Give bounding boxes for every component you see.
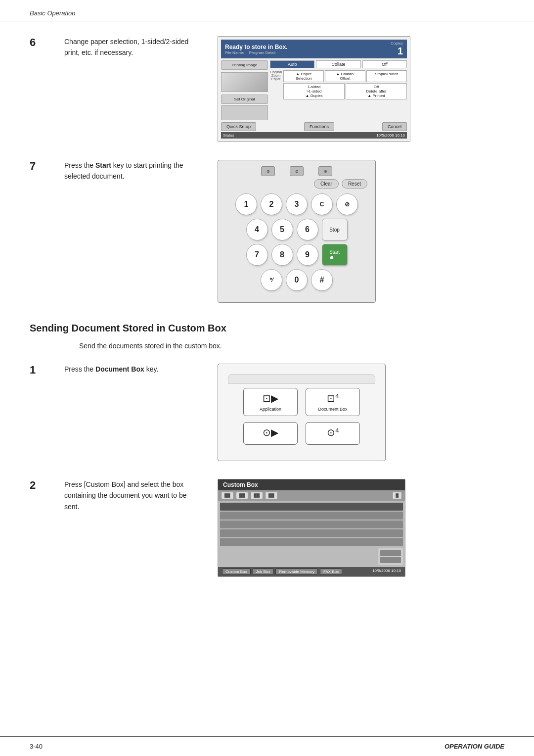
list-sidebar	[378, 548, 403, 565]
keypad-top-buttons: Clear Reset	[226, 179, 367, 189]
tb-btn-4[interactable]: ▓▓	[265, 492, 278, 499]
application-icon: ⊡▶	[251, 392, 290, 404]
step-1-text: Press the Document Box key.	[64, 364, 203, 375]
document-box-label: Document Box	[318, 407, 347, 412]
screen-right-panel: Auto Collate Off Original Zoom Paper	[270, 60, 407, 120]
key-3[interactable]: 3	[286, 193, 308, 215]
original-col: Original Zoom Paper	[270, 70, 282, 99]
application-btn[interactable]: ⊡▶ Application	[243, 388, 298, 416]
main-content: 6 Change paper selection, 1-sided/2-side…	[0, 21, 534, 624]
key-8[interactable]: 8	[271, 244, 293, 266]
key-slash[interactable]: ⊘	[336, 193, 358, 215]
keypad: ⊙ ⊙ ⊙ Clear Reset 1 2 3 C ⊘	[218, 160, 376, 303]
step-6-screen: Ready to store in Box. File Name: Progra…	[218, 36, 410, 142]
key-star[interactable]: *∕	[261, 269, 282, 291]
screen-bottom: Quick Setup Functions Cancel	[221, 122, 407, 131]
custombox-list	[218, 501, 405, 567]
btn-4[interactable]: ⊙⁴	[306, 422, 360, 445]
step-2-row: 2 Press [Custom Box] and select the box …	[30, 479, 504, 577]
printing-image-btn[interactable]: Printing Image	[221, 60, 268, 70]
paper-selection-btn[interactable]: ▲ PaperSelection	[283, 70, 324, 82]
status-label: Status	[223, 133, 234, 138]
list-right-col	[220, 548, 403, 565]
screen-subtitle: File Name: Program Detail	[225, 50, 288, 55]
screen-left-panel: Printing Image Set Original	[221, 60, 268, 120]
key-7[interactable]: 7	[246, 244, 268, 266]
tb-btn-2[interactable]: ▓▓	[236, 492, 249, 499]
tb-btn-3[interactable]: ▓▓	[250, 492, 263, 499]
list-row-5[interactable]	[220, 538, 403, 546]
custombox-datetime: 10/5/2006 10:10	[372, 568, 401, 575]
step-1-row: 1 Press the Document Box key. ⊡▶ Applica…	[30, 364, 504, 461]
cancel-btn[interactable]: Cancel	[382, 122, 407, 131]
list-row-2[interactable]	[220, 512, 403, 520]
application-label: Application	[260, 407, 281, 412]
step-7-number: 7	[30, 160, 49, 173]
keypad-row-4: *∕ 0 #	[226, 269, 367, 291]
key-5[interactable]: 5	[271, 219, 293, 240]
list-row-4[interactable]	[220, 529, 403, 537]
keypad-row-2: 4 5 6 Stop	[226, 219, 367, 240]
right-fields: ▲ PaperSelection ▲ Collate/Offset Staple…	[283, 70, 407, 99]
screen-row-2: Original Zoom Paper ▲ PaperSelection ▲ C…	[270, 70, 407, 99]
step-6-row: 6 Change paper selection, 1-sided/2-side…	[30, 36, 504, 142]
list-row-3[interactable]	[220, 520, 403, 528]
delete-field[interactable]: OffDelete after▲ Printed	[346, 83, 407, 99]
step-7-text: Press the Start key to start printing th…	[64, 160, 203, 182]
removable-memory-tab[interactable]: Removable Memory	[275, 568, 318, 575]
list-placeholder	[220, 548, 376, 565]
keypad-top-icons: ⊙ ⊙ ⊙	[226, 166, 367, 176]
key-6[interactable]: 6	[297, 219, 318, 240]
icon-2: ⊙	[290, 166, 304, 176]
page-number: 3-40	[30, 743, 43, 750]
key-hash[interactable]: #	[311, 269, 333, 291]
key-9[interactable]: 9	[297, 244, 318, 266]
page-footer: 3-40 OPERATION GUIDE	[0, 736, 534, 756]
docbox-btn-row-2: ⊙▶ ⊙⁴	[228, 422, 375, 445]
key-4[interactable]: 4	[246, 219, 268, 240]
custom-box-tab[interactable]: Custom Box	[222, 568, 251, 575]
custombox-header: Custom Box	[218, 479, 405, 490]
list-row-1[interactable]	[220, 503, 403, 511]
key-stop[interactable]: Stop	[322, 219, 348, 240]
section-intro: Send the documents stored in the custom …	[79, 342, 504, 350]
collate-field[interactable]: Collate	[316, 60, 360, 68]
copies-value: 1	[391, 46, 403, 57]
reset-button[interactable]: Reset	[342, 179, 367, 189]
duplex-row: 1-sided>1-sided▲ Duplex OffDelete after▲…	[283, 83, 407, 99]
tb-btn-1[interactable]: ▓▓	[221, 492, 234, 499]
screen-title-area: Ready to store in Box. File Name: Progra…	[225, 44, 288, 55]
key-clear[interactable]: C	[311, 193, 333, 215]
job-box-tab[interactable]: Job Box	[253, 568, 274, 575]
step-6-number: 6	[30, 36, 49, 49]
key-start[interactable]: Start⏺	[322, 244, 348, 266]
tb-spacer	[280, 492, 390, 499]
tb-btn-5[interactable]: ▓	[392, 492, 402, 499]
step-7-row: 7 Press the Start key to start printing …	[30, 160, 504, 303]
file-name-label: File Name:	[225, 50, 244, 55]
original-preview	[221, 105, 268, 120]
quick-setup-btn[interactable]: Quick Setup	[221, 122, 256, 131]
key-0[interactable]: 0	[286, 269, 308, 291]
fax-box-tab[interactable]: FAX Box	[320, 568, 342, 575]
screen-datetime: 10/5/2006 10:10	[376, 133, 405, 138]
key-1[interactable]: 1	[235, 193, 257, 215]
staple-punch-btn[interactable]: Staple/Punch	[366, 70, 407, 82]
btn-3[interactable]: ⊙▶	[243, 422, 298, 445]
clear-button[interactable]: Clear	[314, 179, 339, 189]
auto-field[interactable]: Auto	[270, 60, 314, 68]
step-6-image: Ready to store in Box. File Name: Progra…	[218, 36, 504, 142]
screen-status: Status 10/5/2006 10:10	[221, 132, 407, 139]
step-2-number: 2	[30, 479, 49, 492]
start-bold: Start	[95, 161, 111, 169]
collate-offset-btn[interactable]: ▲ Collate/Offset	[325, 70, 365, 82]
off-field[interactable]: Off	[362, 60, 407, 68]
custombox-toolbar: ▓▓ ▓▓ ▓▓ ▓▓ ▓	[218, 490, 405, 501]
key-2[interactable]: 2	[261, 193, 282, 215]
document-box-btn[interactable]: ⊡⁴ Document Box	[306, 388, 360, 416]
sided-field[interactable]: 1-sided>1-sided▲ Duplex	[283, 83, 345, 99]
functions-btn[interactable]: Functions	[304, 122, 334, 131]
footer-tabs: Custom Box Job Box Removable Memory FAX …	[222, 568, 342, 575]
icon-3: ⊙	[318, 166, 332, 176]
set-original-btn[interactable]: Set Original	[221, 94, 268, 104]
